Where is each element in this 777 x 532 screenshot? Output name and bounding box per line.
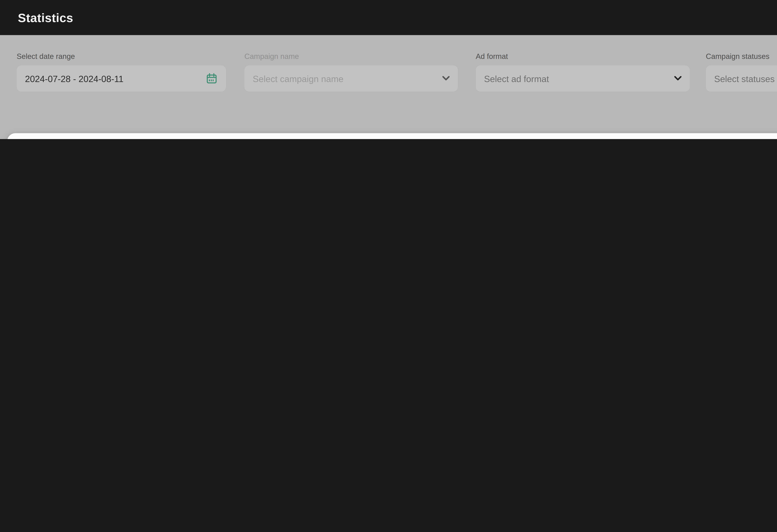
campaign-statuses-placeholder: Select statuses: [714, 74, 777, 84]
top-bar: Statistics: [0, 0, 777, 35]
filter-ad-format: Ad format Select ad format: [476, 52, 690, 92]
filter-campaign-name: Campaign name Select campaign name: [244, 52, 458, 92]
ad-format-select[interactable]: Select ad format: [476, 66, 690, 92]
campaign-name-select[interactable]: Select campaign name: [244, 66, 458, 92]
calendar-icon[interactable]: [206, 73, 218, 85]
campaign-name-placeholder: Select campaign name: [253, 74, 442, 84]
ad-format-placeholder: Select ad format: [484, 74, 674, 84]
date-range-label: Select date range: [17, 52, 226, 61]
page-title: Statistics: [0, 0, 777, 35]
statistics-page: Statistics Select date range 2024-07-28 …: [0, 0, 777, 139]
date-range-input[interactable]: 2024-07-28 - 2024-08-11: [17, 66, 226, 92]
chevron-down-icon: [674, 76, 681, 81]
chevron-down-icon: [442, 76, 450, 81]
campaign-statuses-label: Campaign statuses: [706, 52, 777, 61]
filter-date-range: Select date range 2024-07-28 - 2024-08-1…: [17, 52, 226, 92]
filter-campaign-statuses: Campaign statuses Select statuses: [706, 52, 777, 92]
campaign-statuses-select[interactable]: Select statuses: [706, 66, 777, 92]
campaign-name-label: Campaign name: [244, 52, 458, 61]
date-range-value: 2024-07-28 - 2024-08-11: [25, 74, 206, 84]
available-parameters-panel: Available parameters Dates Hours Campaig…: [7, 133, 777, 139]
ad-format-label: Ad format: [476, 52, 690, 61]
